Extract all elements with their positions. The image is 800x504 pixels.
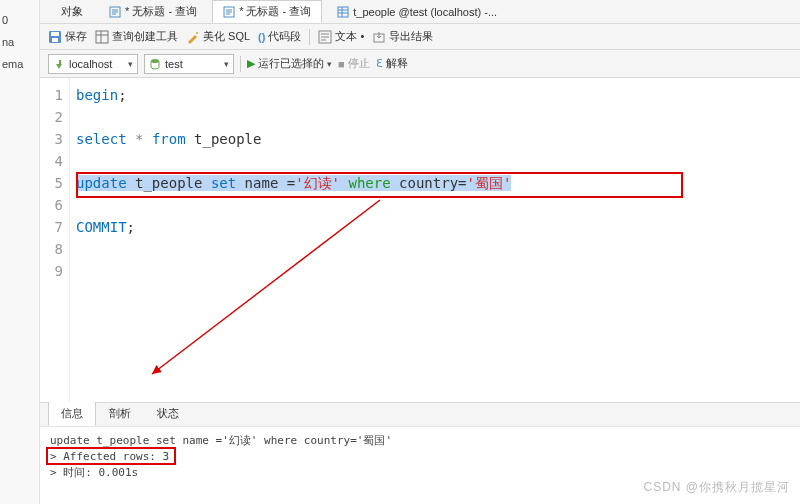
svg-rect-6 bbox=[96, 31, 108, 43]
tab-label: * 无标题 - 查询 bbox=[239, 4, 311, 19]
svg-rect-5 bbox=[52, 38, 58, 42]
editor-tabs: 对象 * 无标题 - 查询 * 无标题 - 查询 t_people @test … bbox=[40, 0, 800, 24]
svg-point-10 bbox=[151, 59, 159, 63]
run-label: 运行已选择的 bbox=[258, 56, 324, 71]
tab-table-t_people[interactable]: t_people @test (localhost) -... bbox=[326, 2, 508, 22]
toolbar-label: 代码段 bbox=[268, 29, 301, 44]
line-gutter: 123 456 789 bbox=[40, 78, 70, 402]
run-selected-button[interactable]: ▶ 运行已选择的 ▾ bbox=[247, 56, 332, 71]
connection-select[interactable]: localhost ▾ bbox=[48, 54, 138, 74]
tab-info[interactable]: 信息 bbox=[48, 401, 96, 426]
tab-query-2[interactable]: * 无标题 - 查询 bbox=[212, 0, 322, 23]
toolbar-label: 美化 SQL bbox=[203, 29, 250, 44]
output-line: update t_people set name ='幻读' where cou… bbox=[50, 433, 790, 449]
tab-status[interactable]: 状态 bbox=[144, 401, 192, 426]
connection-value: localhost bbox=[69, 58, 112, 70]
export-icon bbox=[372, 30, 386, 44]
export-button[interactable]: 导出结果 bbox=[372, 29, 433, 44]
explain-icon: ℇ bbox=[376, 57, 383, 70]
svg-rect-2 bbox=[338, 7, 348, 17]
tab-label: * 无标题 - 查询 bbox=[125, 4, 197, 19]
parens-icon: () bbox=[258, 31, 265, 43]
query-builder-button[interactable]: 查询创建工具 bbox=[95, 29, 178, 44]
tab-label: t_people @test (localhost) -... bbox=[353, 6, 497, 18]
toolbar-label: 文本 • bbox=[335, 29, 364, 44]
sidebar-item[interactable]: 0 bbox=[2, 14, 37, 26]
text-icon bbox=[318, 30, 332, 44]
stop-icon: ■ bbox=[338, 58, 345, 70]
svg-rect-4 bbox=[51, 32, 59, 36]
connection-row: localhost ▾ test ▾ ▶ 运行已选择的 ▾ ■ 停止 ℇ 解释 bbox=[40, 50, 800, 78]
output-tabs: 信息 剖析 状态 bbox=[40, 402, 800, 426]
tab-objects[interactable]: 对象 bbox=[50, 0, 94, 23]
tab-profile[interactable]: 剖析 bbox=[96, 401, 144, 426]
table-icon bbox=[337, 6, 349, 18]
chevron-down-icon: ▾ bbox=[128, 59, 133, 69]
svg-point-7 bbox=[196, 32, 198, 34]
explain-button[interactable]: ℇ 解释 bbox=[376, 56, 408, 71]
stop-button[interactable]: ■ 停止 bbox=[338, 56, 370, 71]
database-select[interactable]: test ▾ bbox=[144, 54, 234, 74]
toolbar: 保存 查询创建工具 美化 SQL () 代码段 文本 • 导出结果 bbox=[40, 24, 800, 50]
sidebar-item[interactable]: na bbox=[2, 36, 37, 48]
toolbar-label: 保存 bbox=[65, 29, 87, 44]
database-icon bbox=[149, 58, 161, 70]
explain-label: 解释 bbox=[386, 56, 408, 71]
code-area[interactable]: begin; select * from t_people update t_p… bbox=[70, 78, 800, 402]
stop-label: 停止 bbox=[348, 56, 370, 71]
output-affected-rows: > Affected rows: 3 bbox=[50, 449, 790, 465]
toolbar-label: 导出结果 bbox=[389, 29, 433, 44]
dropdown-icon[interactable]: ▾ bbox=[327, 59, 332, 69]
save-button[interactable]: 保存 bbox=[48, 29, 87, 44]
query-icon bbox=[109, 6, 121, 18]
plug-icon bbox=[53, 58, 65, 70]
sidebar-item[interactable]: ema bbox=[2, 58, 37, 70]
chevron-down-icon: ▾ bbox=[224, 59, 229, 69]
play-icon: ▶ bbox=[247, 57, 255, 70]
text-button[interactable]: 文本 • bbox=[318, 29, 364, 44]
query-icon bbox=[223, 6, 235, 18]
save-icon bbox=[48, 30, 62, 44]
watermark: CSDN @你携秋月揽星河 bbox=[643, 479, 790, 496]
tab-label: 对象 bbox=[61, 4, 83, 19]
builder-icon bbox=[95, 30, 109, 44]
wand-icon bbox=[186, 30, 200, 44]
beautify-sql-button[interactable]: 美化 SQL bbox=[186, 29, 250, 44]
sql-editor[interactable]: 123 456 789 begin; select * from t_peopl… bbox=[40, 78, 800, 402]
database-value: test bbox=[165, 58, 183, 70]
toolbar-label: 查询创建工具 bbox=[112, 29, 178, 44]
code-snippet-button[interactable]: () 代码段 bbox=[258, 29, 301, 44]
tab-query-1[interactable]: * 无标题 - 查询 bbox=[98, 0, 208, 23]
